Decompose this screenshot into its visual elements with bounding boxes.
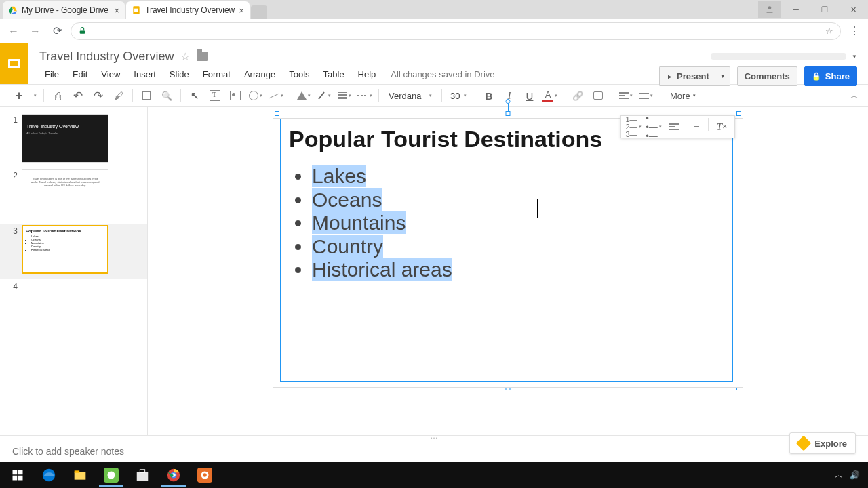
line-tool[interactable]: [267, 87, 285, 104]
doc-title[interactable]: Travel Industry Overview: [39, 49, 174, 64]
omnibox[interactable]: ☆: [71, 22, 841, 40]
svg-rect-14: [75, 472, 86, 480]
resize-handle[interactable]: [736, 111, 741, 116]
bold-button[interactable]: [479, 87, 498, 104]
resize-handle[interactable]: [506, 111, 511, 116]
textbox-tool[interactable]: [205, 87, 224, 104]
volume-icon[interactable]: 🔊: [850, 470, 860, 480]
star-icon[interactable]: ☆: [180, 50, 190, 63]
minimize-button[interactable]: ─: [783, 1, 810, 18]
comments-button[interactable]: Comments: [737, 66, 797, 86]
store-icon[interactable]: [127, 464, 157, 487]
text-cursor: [537, 199, 538, 218]
close-icon[interactable]: ×: [114, 5, 119, 16]
zoom-button[interactable]: [157, 87, 176, 104]
present-dropdown[interactable]: ▼: [716, 66, 730, 86]
svg-point-17: [108, 472, 115, 479]
menu-view[interactable]: View: [94, 66, 127, 82]
line-spacing-button[interactable]: [637, 87, 656, 104]
slide-thumbnail-panel: 1 Travel Industry Overview A Look at Tod…: [0, 107, 148, 435]
close-icon[interactable]: ×: [239, 5, 244, 16]
reload-button[interactable]: ⟳: [49, 23, 65, 39]
edge-icon[interactable]: [34, 464, 64, 487]
menu-edit[interactable]: Edit: [66, 66, 94, 82]
svg-point-25: [203, 473, 207, 477]
tray-chevron-icon[interactable]: ︿: [835, 470, 843, 481]
font-size-select[interactable]: 30: [446, 91, 471, 101]
thumbnail[interactable]: 3 Popular Tourist Destinations Lakes Oce…: [0, 224, 147, 279]
browser-tab-strip: My Drive - Google Drive × Travel Industr…: [0, 0, 868, 19]
menu-file[interactable]: File: [38, 66, 66, 82]
browser-tab[interactable]: My Drive - Google Drive ×: [3, 1, 125, 19]
fill-color-button[interactable]: [294, 87, 313, 104]
menu-arrange[interactable]: Arrange: [237, 66, 282, 82]
slide-bullet-list[interactable]: Lakes Oceans Mountains Country Historica…: [289, 165, 724, 282]
thumbnail[interactable]: 4: [0, 279, 147, 335]
numbered-list-button[interactable]: 1—2—3—: [624, 118, 643, 136]
menu-tools[interactable]: Tools: [282, 66, 316, 82]
speaker-notes[interactable]: Click to add speaker notes: [0, 439, 868, 465]
clear-formatting-button[interactable]: T✕: [713, 118, 732, 136]
menu-slide[interactable]: Slide: [163, 66, 196, 82]
browser-tab[interactable]: Travel Industry Overview ×: [126, 1, 250, 19]
undo-button[interactable]: [68, 87, 87, 104]
maximize-button[interactable]: ❐: [811, 1, 838, 18]
new-tab-button[interactable]: [251, 5, 267, 19]
text-color-button[interactable]: [540, 87, 559, 104]
line-weight-button[interactable]: [335, 87, 354, 104]
move-to-folder-icon[interactable]: [197, 52, 208, 61]
content-textbox[interactable]: Popular Tourist Destinations Lakes Ocean…: [280, 119, 733, 382]
select-tool[interactable]: [185, 87, 204, 104]
recorder-icon[interactable]: [190, 464, 220, 487]
thumbnail[interactable]: 2 Travel and tourism is one of the large…: [0, 168, 147, 224]
image-tool[interactable]: [226, 87, 245, 104]
svg-rect-10: [18, 470, 23, 475]
redo-button[interactable]: [89, 87, 108, 104]
new-slide-dropdown[interactable]: [30, 87, 39, 104]
insert-comment-button[interactable]: [589, 87, 608, 104]
increase-indent-button[interactable]: [685, 118, 704, 136]
present-button[interactable]: Present: [659, 66, 716, 86]
account-caret-icon[interactable]: ▼: [852, 54, 857, 60]
shape-tool[interactable]: [246, 87, 265, 104]
back-button[interactable]: ←: [5, 23, 22, 39]
decrease-indent-button[interactable]: [665, 118, 684, 136]
line-color-button[interactable]: [315, 87, 334, 104]
slide-canvas[interactable]: Popular Tourist Destinations Lakes Ocean…: [148, 107, 868, 435]
insert-link-button[interactable]: [568, 87, 587, 104]
menu-insert[interactable]: Insert: [127, 66, 163, 82]
collapse-toolbar-icon[interactable]: ︿: [850, 90, 859, 102]
menu-table[interactable]: Table: [317, 66, 351, 82]
file-explorer-icon[interactable]: [65, 464, 95, 487]
bulleted-list-button[interactable]: •—•—•—: [644, 118, 663, 136]
menu-format[interactable]: Format: [196, 66, 237, 82]
chrome-menu-button[interactable]: ⋮: [846, 23, 863, 39]
line-dash-button[interactable]: [355, 87, 374, 104]
paint-format-button[interactable]: [109, 87, 128, 104]
svg-point-5: [768, 6, 772, 9]
explore-button[interactable]: Explore: [789, 432, 856, 454]
menu-help[interactable]: Help: [351, 66, 383, 82]
system-tray[interactable]: ︿ 🔊: [835, 470, 865, 481]
chrome-icon[interactable]: [159, 464, 189, 487]
font-name-select[interactable]: Verdana: [383, 91, 437, 101]
new-slide-button[interactable]: [9, 87, 28, 104]
thumbnail[interactable]: 1 Travel Industry Overview A Look at Tod…: [0, 113, 147, 168]
share-button[interactable]: Share: [804, 66, 857, 86]
camtasia-icon[interactable]: [96, 464, 126, 487]
toolbar: Verdana 30 More ︿: [0, 84, 868, 107]
underline-button[interactable]: [520, 87, 539, 104]
start-button[interactable]: [3, 464, 33, 487]
slides-logo[interactable]: [0, 43, 28, 84]
resize-handle[interactable]: [275, 111, 279, 116]
slides-icon: [132, 5, 141, 15]
align-button[interactable]: [616, 87, 635, 104]
svg-rect-18: [137, 472, 149, 481]
more-button[interactable]: More: [665, 88, 701, 104]
rotate-handle[interactable]: [506, 99, 511, 104]
print-button[interactable]: [48, 87, 67, 104]
chrome-profile-button[interactable]: [758, 1, 781, 18]
close-button[interactable]: ✕: [840, 1, 867, 18]
bookmark-star-icon[interactable]: ☆: [825, 26, 833, 36]
fit-button[interactable]: [137, 87, 156, 104]
